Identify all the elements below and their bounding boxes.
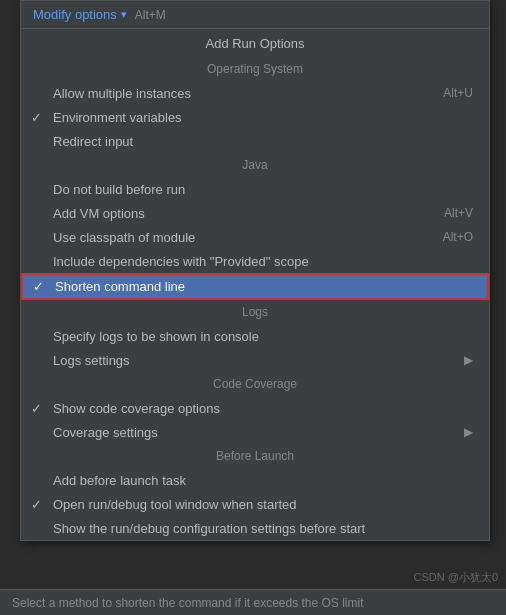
allow-multiple-instances-shortcut: Alt+U: [443, 86, 473, 100]
show-coverage-label: Show code coverage options: [53, 401, 473, 416]
add-before-launch-label: Add before launch task: [53, 473, 473, 488]
shorten-command-line-item[interactable]: ✓ Shorten command line: [21, 273, 489, 300]
use-classpath-item[interactable]: Use classpath of module Alt+O: [21, 225, 489, 249]
logs-settings-item[interactable]: Logs settings ▶: [21, 348, 489, 372]
section-java: Java: [21, 153, 489, 177]
check-icon-shorten: ✓: [33, 279, 44, 294]
section-code-coverage: Code Coverage: [21, 372, 489, 396]
shorten-command-line-label: Shorten command line: [55, 279, 471, 294]
menu-container: Modify options ▾ Alt+M Add Run Options O…: [20, 0, 490, 541]
section-operating-system: Operating System: [21, 57, 489, 81]
redirect-input-label: Redirect input: [53, 134, 473, 149]
status-text: Select a method to shorten the command i…: [12, 596, 364, 610]
allow-multiple-instances-item[interactable]: Allow multiple instances Alt+U: [21, 81, 489, 105]
add-run-options-item[interactable]: Add Run Options: [21, 29, 489, 57]
show-coverage-options-item[interactable]: ✓ Show code coverage options: [21, 396, 489, 420]
show-config-settings-label: Show the run/debug configuration setting…: [53, 521, 473, 536]
add-vm-options-shortcut: Alt+V: [444, 206, 473, 220]
do-not-build-item[interactable]: Do not build before run: [21, 177, 489, 201]
status-bar: Select a method to shorten the command i…: [0, 589, 506, 615]
use-classpath-label: Use classpath of module: [53, 230, 427, 245]
logs-settings-label: Logs settings: [53, 353, 456, 368]
section-logs: Logs: [21, 300, 489, 324]
specify-logs-label: Specify logs to be shown in console: [53, 329, 473, 344]
section-before-launch-label: Before Launch: [216, 449, 294, 463]
section-java-label: Java: [242, 158, 267, 172]
check-icon-env: ✓: [31, 110, 42, 125]
environment-variables-item[interactable]: ✓ Environment variables: [21, 105, 489, 129]
add-run-options-label: Add Run Options: [205, 36, 304, 51]
add-vm-options-label: Add VM options: [53, 206, 428, 221]
section-before-launch: Before Launch: [21, 444, 489, 468]
open-run-debug-label: Open run/debug tool window when started: [53, 497, 473, 512]
header-arrow-icon: ▾: [121, 8, 127, 21]
add-vm-options-item[interactable]: Add VM options Alt+V: [21, 201, 489, 225]
redirect-input-item[interactable]: Redirect input: [21, 129, 489, 153]
watermark: CSDN @小犹太0: [413, 570, 498, 585]
use-classpath-shortcut: Alt+O: [443, 230, 473, 244]
coverage-settings-label: Coverage settings: [53, 425, 456, 440]
section-os-label: Operating System: [207, 62, 303, 76]
open-run-debug-item[interactable]: ✓ Open run/debug tool window when starte…: [21, 492, 489, 516]
section-logs-label: Logs: [242, 305, 268, 319]
add-before-launch-item[interactable]: Add before launch task: [21, 468, 489, 492]
check-icon-coverage: ✓: [31, 401, 42, 416]
show-config-settings-item[interactable]: Show the run/debug configuration setting…: [21, 516, 489, 540]
specify-logs-item[interactable]: Specify logs to be shown in console: [21, 324, 489, 348]
modify-options-title[interactable]: Modify options: [33, 7, 117, 22]
allow-multiple-instances-label: Allow multiple instances: [53, 86, 427, 101]
logs-settings-arrow-icon: ▶: [464, 353, 473, 367]
include-dependencies-item[interactable]: Include dependencies with "Provided" sco…: [21, 249, 489, 273]
check-icon-run-debug: ✓: [31, 497, 42, 512]
coverage-settings-item[interactable]: Coverage settings ▶: [21, 420, 489, 444]
menu-header[interactable]: Modify options ▾ Alt+M: [21, 1, 489, 29]
environment-variables-label: Environment variables: [53, 110, 473, 125]
do-not-build-label: Do not build before run: [53, 182, 473, 197]
section-coverage-label: Code Coverage: [213, 377, 297, 391]
include-dependencies-label: Include dependencies with "Provided" sco…: [53, 254, 473, 269]
header-shortcut: Alt+M: [135, 8, 166, 22]
coverage-settings-arrow-icon: ▶: [464, 425, 473, 439]
